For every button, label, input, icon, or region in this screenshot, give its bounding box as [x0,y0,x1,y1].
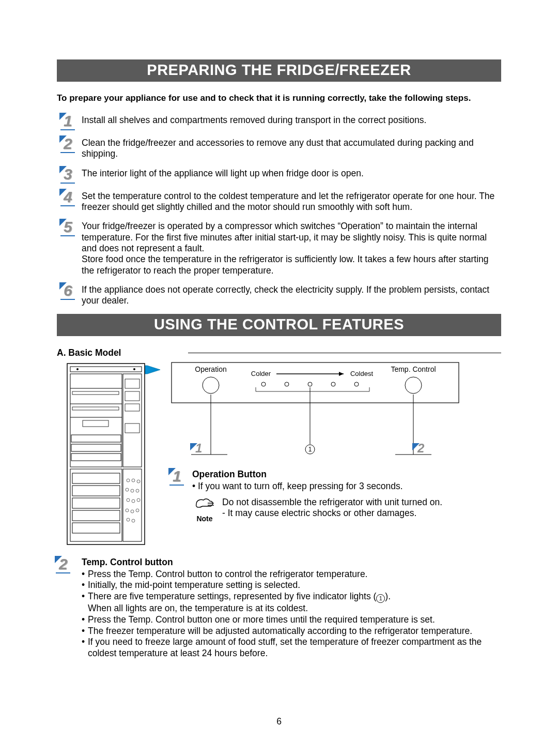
svg-point-55 [354,382,359,386]
steps-list: 1Install all shelves and compartments re… [57,114,501,307]
step-number-2: 2 [57,557,72,572]
svg-point-51 [261,382,266,386]
subtitle-basic-model: A. Basic Model [57,347,501,358]
section-header-preparing: PREPARING THE FRIDGE/FREEZER [57,59,501,82]
step-number: 1 [61,114,77,129]
svg-rect-24 [72,498,120,508]
svg-rect-25 [72,510,120,521]
fridge-illustration [57,361,160,548]
control-panel-diagram: Operation Temp. Control Colder Coldest [171,361,460,465]
svg-point-4 [133,368,135,370]
step-text: Install all shelves and compartments rem… [82,114,501,126]
svg-rect-16 [125,379,140,388]
note-row: Note Do not disassemble the refrigerator… [192,497,501,523]
svg-rect-14 [71,444,121,451]
page-number: 6 [0,716,558,727]
manual-page: PREPARING THE FRIDGE/FREEZER To prepare … [0,0,558,756]
operation-button-heading: Operation Button [192,469,501,480]
svg-rect-13 [71,435,121,442]
step-item: 2Clean the fridge/freezer and accessorie… [57,137,501,160]
note-hand-icon [194,497,215,511]
step-item: 5Your fridge/freezer is operated by a co… [57,220,501,276]
subtitle-label: A. Basic Model [57,347,121,358]
temp-control-heading: Temp. Control button [82,557,501,568]
operation-button-section: 1 Operation Button • If you want to turn… [171,469,501,523]
note-text: Do not disassemble the refrigerator with… [222,497,501,519]
svg-text:2: 2 [417,441,425,455]
step-number: 6 [61,283,77,299]
svg-rect-2 [70,367,142,372]
svg-rect-22 [72,473,120,483]
step-text: The interior light of the appliance will… [82,167,501,179]
svg-text:Coldest: Coldest [350,370,373,377]
svg-rect-23 [72,486,120,496]
svg-point-52 [285,382,289,386]
operation-button-text: • If you want to turn off, keep pressing… [192,481,501,492]
temp-control-label: Temp. Control [391,365,436,373]
temp-control-bullets: •Press the Temp. Control button to contr… [82,569,501,659]
svg-rect-10 [72,391,119,395]
step-number: 4 [61,190,77,205]
step-item: 3The interior light of the appliance wil… [57,167,501,183]
step-text: Your fridge/freezer is operated by a com… [82,220,501,276]
svg-rect-12 [83,420,109,427]
svg-text:1: 1 [308,446,312,453]
section-header-control: USING THE CONTROL FEATURES [57,314,501,336]
svg-point-3 [76,368,79,370]
svg-rect-17 [125,391,140,401]
step-text: Set the temperature control to the colde… [82,190,501,213]
operation-label: Operation [195,365,226,373]
step-number: 2 [61,137,77,152]
svg-rect-11 [72,407,119,410]
step-number-1: 1 [171,469,186,485]
step-number: 5 [61,220,77,235]
svg-rect-19 [125,424,140,433]
step-number: 3 [61,167,77,183]
step-item: 6If the appliance does not operate corre… [57,283,501,307]
note-label: Note [192,515,217,523]
svg-text:1: 1 [195,441,202,455]
temp-control-section: 2 Temp. Control button •Press the Temp. … [57,557,501,659]
svg-rect-15 [71,453,121,461]
svg-rect-18 [125,404,140,411]
svg-point-43 [405,377,422,394]
svg-text:Colder: Colder [251,370,271,377]
svg-point-54 [331,382,335,386]
step-item: 1Install all shelves and compartments re… [57,114,501,129]
svg-point-53 [308,382,312,386]
control-area: Operation Temp. Control Colder Coldest [57,361,501,548]
step-item: 4Set the temperature control to the cold… [57,190,501,213]
step-text: Clean the fridge/freezer and accessories… [82,137,501,160]
svg-rect-26 [72,523,120,533]
intro-text: To prepare your appliance for use and to… [57,93,501,103]
svg-point-42 [203,377,219,394]
divider-line [188,353,501,353]
step-text: If the appliance does not operate correc… [82,283,501,307]
indicator-light-icon: 1 [376,594,385,603]
